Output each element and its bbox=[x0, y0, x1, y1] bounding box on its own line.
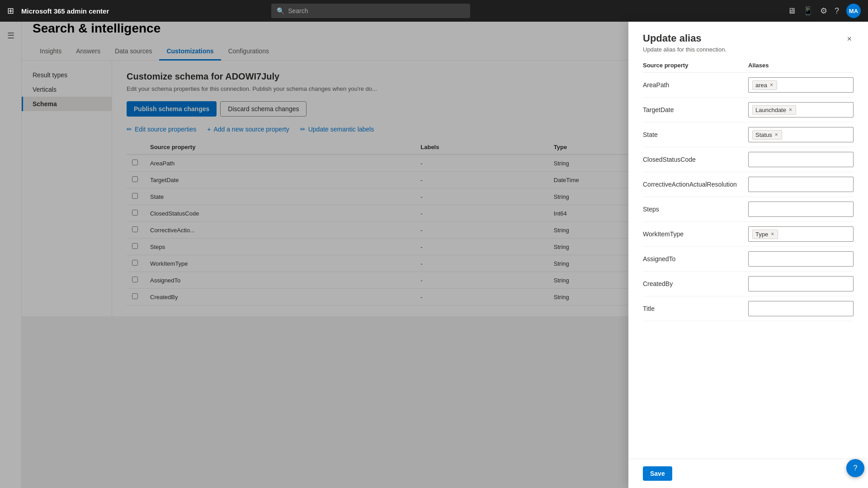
alias-text-input[interactable] bbox=[752, 206, 849, 213]
alias-row: State Status × bbox=[643, 122, 854, 147]
waffle-icon[interactable]: ⊞ bbox=[7, 6, 14, 16]
alias-input-container[interactable]: Status × bbox=[748, 127, 854, 142]
alias-tag-remove-button[interactable]: × bbox=[788, 107, 793, 113]
alias-grid-header: Source property Aliases bbox=[643, 62, 854, 73]
help-icon[interactable]: ? bbox=[835, 6, 839, 16]
alias-input-container[interactable] bbox=[748, 202, 854, 217]
alias-row: Title bbox=[643, 296, 854, 316]
alias-rows-container: AreaPath area × TargetDate Launchdate × … bbox=[643, 73, 854, 316]
alias-row: WorkItemType Type × bbox=[643, 222, 854, 247]
alias-text-input[interactable] bbox=[752, 181, 849, 188]
alias-row: Steps bbox=[643, 197, 854, 222]
alias-tag-remove-button[interactable]: × bbox=[774, 131, 779, 138]
alias-tag-remove-button[interactable]: × bbox=[770, 231, 775, 237]
side-panel-title-group: Update alias Update alias for this conne… bbox=[643, 33, 726, 62]
alias-row: AreaPath area × bbox=[643, 73, 854, 98]
alias-tag: area × bbox=[752, 80, 777, 90]
alias-property-label: Steps bbox=[643, 206, 748, 213]
alias-property-label: WorkItemType bbox=[643, 230, 748, 238]
alias-tag: Status × bbox=[752, 130, 782, 140]
alias-text-input[interactable] bbox=[784, 131, 849, 138]
alias-input-container[interactable] bbox=[748, 152, 854, 167]
alias-input-container[interactable] bbox=[748, 251, 854, 267]
avatar[interactable]: MA bbox=[846, 4, 861, 18]
topbar-icons: 🖥 📱 ⚙ ? MA bbox=[788, 4, 861, 18]
alias-row: AssignedTo bbox=[643, 247, 854, 272]
alias-property-label: TargetDate bbox=[643, 106, 748, 113]
side-panel-title: Update alias bbox=[643, 33, 726, 44]
alias-text-input[interactable] bbox=[779, 81, 849, 89]
close-panel-button[interactable]: × bbox=[845, 33, 854, 46]
col-header-source-property: Source property bbox=[643, 62, 748, 69]
search-bar[interactable]: 🔍 bbox=[271, 4, 470, 18]
alias-text-input[interactable] bbox=[752, 255, 849, 263]
alias-input-container[interactable] bbox=[748, 177, 854, 192]
alias-property-label: State bbox=[643, 131, 748, 138]
alias-property-label: CreatedBy bbox=[643, 280, 748, 287]
app-title: Microsoft 365 admin center bbox=[21, 7, 109, 15]
alias-row: ClosedStatusCode bbox=[643, 147, 854, 172]
alias-input-container[interactable]: Type × bbox=[748, 226, 854, 242]
alias-property-label: ClosedStatusCode bbox=[643, 156, 748, 163]
phone-icon[interactable]: 📱 bbox=[803, 6, 813, 16]
alias-text-input[interactable] bbox=[752, 280, 849, 287]
side-panel-subtitle: Update alias for this connection. bbox=[643, 46, 726, 53]
topbar: ⊞ Microsoft 365 admin center 🔍 🖥 📱 ⚙ ? M… bbox=[0, 0, 868, 22]
alias-text-input[interactable] bbox=[798, 106, 849, 113]
alias-input-container[interactable] bbox=[748, 276, 854, 291]
alias-input-container[interactable]: Launchdate × bbox=[748, 102, 854, 117]
monitor-icon[interactable]: 🖥 bbox=[788, 6, 796, 16]
search-icon: 🔍 bbox=[277, 7, 284, 14]
alias-text-input[interactable] bbox=[752, 305, 849, 312]
side-panel-header: Update alias Update alias for this conne… bbox=[628, 22, 868, 62]
alias-property-label: Title bbox=[643, 305, 748, 312]
alias-text-input[interactable] bbox=[752, 156, 849, 163]
alias-row: TargetDate Launchdate × bbox=[643, 98, 854, 122]
settings-icon[interactable]: ⚙ bbox=[820, 6, 827, 16]
alias-tag-remove-button[interactable]: × bbox=[769, 82, 774, 88]
alias-input-container[interactable] bbox=[748, 301, 854, 316]
alias-property-label: AssignedTo bbox=[643, 255, 748, 263]
alias-tag: Launchdate × bbox=[752, 105, 796, 115]
alias-text-input[interactable] bbox=[780, 230, 849, 238]
alias-tag: Type × bbox=[752, 230, 778, 239]
col-header-aliases: Aliases bbox=[748, 62, 854, 69]
search-input[interactable] bbox=[288, 7, 465, 14]
alias-property-label: AreaPath bbox=[643, 81, 748, 89]
alias-row: CorrectiveActionActualResolution bbox=[643, 172, 854, 197]
alias-input-container[interactable]: area × bbox=[748, 77, 854, 93]
side-panel-content: Source property Aliases AreaPath area × … bbox=[628, 62, 868, 316]
alias-row: CreatedBy bbox=[643, 272, 854, 296]
alias-property-label: CorrectiveActionActualResolution bbox=[643, 181, 748, 188]
side-panel: Update alias Update alias for this conne… bbox=[628, 22, 868, 316]
